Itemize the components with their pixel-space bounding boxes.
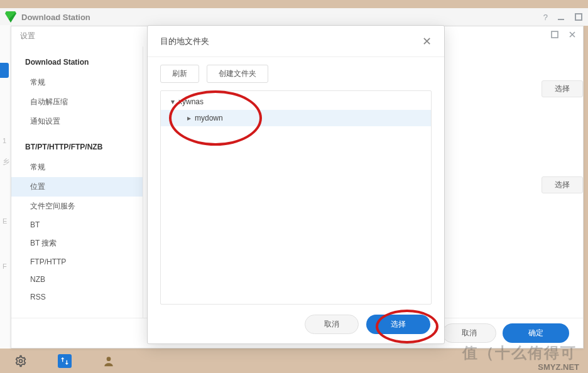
settings-cancel-button[interactable]: 取消 <box>442 323 496 343</box>
modal-close-icon[interactable]: ✕ <box>422 35 432 48</box>
modal-header: 目的地文件夹 ✕ <box>148 26 444 57</box>
svg-rect-0 <box>558 19 564 20</box>
tree-root-row[interactable]: ▾ xywnas <box>161 94 431 110</box>
modal-select-button[interactable]: 选择 <box>366 315 430 334</box>
sidebar-section-title: Download Station <box>11 55 143 73</box>
svg-rect-1 <box>575 14 582 20</box>
settings-sidebar: Download Station 常规 自动解压缩 通知设置 BT/PT/HTT… <box>11 46 143 318</box>
tree-root-label: xywnas <box>178 97 204 106</box>
sidebar-item-location[interactable]: 位置 <box>11 177 143 197</box>
sliver-char: E <box>3 217 7 225</box>
sidebar-item-auto-extract[interactable]: 自动解压缩 <box>11 92 143 112</box>
sidebar-item-general[interactable]: 常规 <box>11 73 143 92</box>
refresh-button[interactable]: 刷新 <box>160 65 199 83</box>
modal-cancel-button[interactable]: 取消 <box>305 315 359 334</box>
sliver-blue-tab <box>0 63 9 78</box>
settings-ok-button[interactable]: 确定 <box>503 323 569 343</box>
sidebar-section-title: BT/PT/HTTP/FTP/NZB <box>11 140 143 158</box>
svg-point-3 <box>19 359 23 362</box>
bottom-bar <box>0 349 588 373</box>
left-window-sliver: 1 乡 E F <box>0 25 11 349</box>
minimize-icon[interactable] <box>557 13 565 21</box>
folder-tree[interactable]: ▾ xywnas ▸ mydown <box>160 90 432 305</box>
create-folder-button[interactable]: 创建文件夹 <box>207 65 268 83</box>
restore-icon[interactable] <box>550 30 559 41</box>
svg-point-4 <box>107 357 111 361</box>
tree-child-row[interactable]: ▸ mydown <box>161 110 431 126</box>
settings-window-title: 设置 <box>20 31 35 41</box>
sidebar-item-filespace[interactable]: 文件空间服务 <box>11 197 143 216</box>
sliver-char: 乡 <box>3 157 9 166</box>
sidebar-item-rss[interactable]: RSS <box>11 288 143 306</box>
download-station-app-icon <box>5 11 16 23</box>
help-icon[interactable]: ? <box>543 13 548 22</box>
app-titlebar: Download Station ? <box>0 8 588 26</box>
choose-folder-button-2[interactable]: 选择 <box>542 176 583 193</box>
modal-footer: 取消 选择 <box>148 305 444 343</box>
modal-toolbar: 刷新 创建文件夹 <box>148 57 444 90</box>
choose-folder-button-1[interactable]: 选择 <box>542 80 583 97</box>
tree-child-label: mydown <box>195 114 223 122</box>
destination-folder-modal: 目的地文件夹 ✕ 刷新 创建文件夹 ▾ xywnas ▸ mydown 取消 选… <box>147 25 445 344</box>
sidebar-item-nzb[interactable]: NZB <box>11 271 143 288</box>
maximize-icon[interactable] <box>574 13 583 21</box>
sidebar-item-ftphttp[interactable]: FTP/HTTP <box>11 253 143 271</box>
app-title: Download Station <box>21 13 90 22</box>
chevron-right-icon[interactable]: ▸ <box>187 114 191 122</box>
transfer-icon[interactable] <box>58 354 72 368</box>
close-icon[interactable] <box>568 30 577 41</box>
sliver-char: F <box>3 262 7 270</box>
sliver-char: 1 <box>3 137 6 144</box>
chevron-down-icon[interactable]: ▾ <box>171 97 175 106</box>
gear-icon[interactable] <box>14 354 28 368</box>
sidebar-item-general2[interactable]: 常规 <box>11 158 143 177</box>
user-icon[interactable] <box>102 354 116 368</box>
sidebar-item-notifications[interactable]: 通知设置 <box>11 112 143 131</box>
sidebar-item-bt[interactable]: BT <box>11 216 143 234</box>
sidebar-item-bt-search[interactable]: BT 搜索 <box>11 234 143 253</box>
svg-rect-2 <box>552 31 558 38</box>
modal-title: 目的地文件夹 <box>160 36 209 47</box>
